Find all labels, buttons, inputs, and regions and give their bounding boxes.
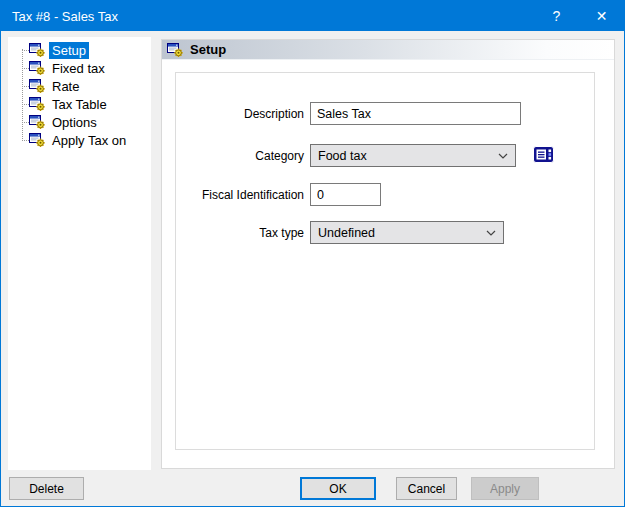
category-value: Food tax <box>318 149 367 163</box>
description-input[interactable] <box>310 102 521 125</box>
tree-items: Setup Fixed tax <box>8 37 151 149</box>
tax-type-label: Tax type <box>162 226 310 240</box>
form-gear-icon <box>29 60 45 76</box>
ok-button[interactable]: OK <box>300 477 376 500</box>
tree-item-label: Rate <box>49 78 82 95</box>
cancel-button[interactable]: Cancel <box>396 477 457 500</box>
list-icon <box>533 146 554 166</box>
sidebar-item-apply-tax-on[interactable]: Apply Tax on <box>8 131 151 149</box>
form-gear-icon <box>29 132 45 148</box>
tree-item-label: Tax Table <box>49 96 110 113</box>
window-title: Tax #8 - Sales Tax <box>1 9 534 24</box>
tree-item-label: Setup <box>49 42 89 59</box>
category-list-button[interactable] <box>532 147 554 165</box>
titlebar: Tax #8 - Sales Tax ? ✕ <box>1 1 624 31</box>
fiscal-identification-label: Fiscal Identification <box>162 188 310 202</box>
sidebar-item-rate[interactable]: Rate <box>8 77 151 95</box>
dialog-window: Tax #8 - Sales Tax ? ✕ Setup <box>0 0 625 507</box>
sidebar-item-fixed-tax[interactable]: Fixed tax <box>8 59 151 77</box>
tax-type-row: Tax type Undefined <box>162 221 504 244</box>
sidebar-item-tax-table[interactable]: Tax Table <box>8 95 151 113</box>
chevron-down-icon <box>498 153 508 159</box>
chevron-down-icon <box>486 230 496 236</box>
sidebar-item-options[interactable]: Options <box>8 113 151 131</box>
tree-item-label: Fixed tax <box>49 60 108 77</box>
form-gear-icon <box>29 114 45 130</box>
fiscal-identification-row: Fiscal Identification <box>162 183 381 206</box>
content-box <box>175 72 595 450</box>
help-button[interactable]: ? <box>534 1 579 31</box>
apply-button[interactable]: Apply <box>471 477 539 500</box>
delete-button[interactable]: Delete <box>9 477 84 500</box>
form-gear-icon <box>167 42 183 58</box>
category-row: Category Food tax <box>162 144 516 167</box>
tree-item-label: Options <box>49 114 100 131</box>
tax-type-value: Undefined <box>318 226 375 240</box>
description-row: Description <box>162 102 521 125</box>
fiscal-identification-input[interactable] <box>310 183 381 206</box>
sidebar-item-setup[interactable]: Setup <box>8 41 151 59</box>
main-panel: Setup Description Category Food tax <box>161 39 615 469</box>
setup-header: Setup <box>162 40 614 60</box>
form-gear-icon <box>29 42 45 58</box>
tree-item-label: Apply Tax on <box>49 132 129 149</box>
tax-type-select[interactable]: Undefined <box>310 221 504 244</box>
close-button[interactable]: ✕ <box>579 1 624 31</box>
setup-header-title: Setup <box>190 42 226 57</box>
description-label: Description <box>162 107 310 121</box>
category-select[interactable]: Food tax <box>310 144 516 167</box>
form-gear-icon <box>29 78 45 94</box>
form-gear-icon <box>29 96 45 112</box>
category-label: Category <box>162 149 310 163</box>
navigation-tree: Setup Fixed tax <box>8 37 151 470</box>
